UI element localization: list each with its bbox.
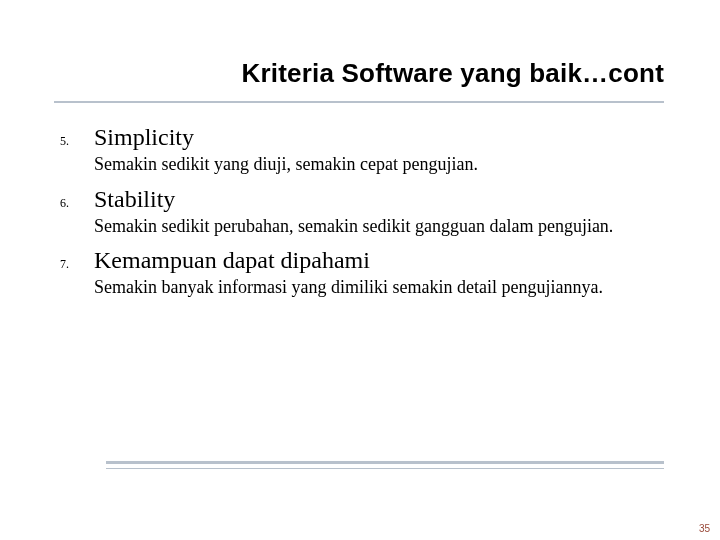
item-heading: Kemampuan dapat dipahami (94, 247, 370, 274)
list-item: 5. Simplicity (60, 124, 664, 151)
list-item: 7. Kemampuan dapat dipahami (60, 247, 664, 274)
item-heading: Simplicity (94, 124, 194, 151)
item-heading: Stability (94, 186, 175, 213)
content-area: 5. Simplicity Semakin sedikit yang diuji… (60, 124, 664, 309)
item-number: 6. (60, 187, 94, 211)
page-number: 35 (699, 523, 710, 534)
slide: Kriteria Software yang baik…cont 5. Simp… (0, 0, 720, 540)
title-divider (54, 101, 664, 103)
footer-divider-thick (106, 461, 664, 464)
item-description: Semakin sedikit perubahan, semakin sedik… (94, 215, 634, 238)
slide-title: Kriteria Software yang baik…cont (188, 58, 664, 89)
list-item: 6. Stability (60, 186, 664, 213)
item-description: Semakin sedikit yang diuji, semakin cepa… (94, 153, 634, 176)
item-number: 7. (60, 248, 94, 272)
footer-divider-thin (106, 468, 664, 469)
item-number: 5. (60, 125, 94, 149)
item-description: Semakin banyak informasi yang dimiliki s… (94, 276, 634, 299)
